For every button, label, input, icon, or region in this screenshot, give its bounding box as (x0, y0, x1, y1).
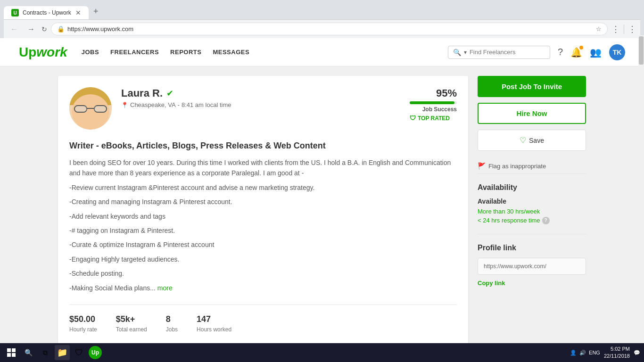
nav-link-freelancers[interactable]: FREELANCERS (110, 49, 159, 56)
help-button[interactable]: ? (558, 47, 563, 58)
metric-jobs: 8 Jobs (166, 314, 178, 333)
job-success-fill (410, 101, 454, 104)
description-bullet-5: -Engaging Highly targeted audiences. (69, 254, 457, 264)
jobs-value: 8 (166, 314, 178, 324)
language-indicator[interactable]: ENG (589, 350, 600, 354)
location-text: Cheaspeake, VA (130, 101, 176, 108)
total-earned-value: $5k+ (116, 314, 147, 324)
search-bar[interactable]: 🔍 ▾ (448, 46, 550, 59)
team-button[interactable]: 👥 (590, 47, 602, 58)
refresh-button[interactable]: ↻ (41, 25, 47, 33)
windows-logo-icon (7, 348, 16, 354)
help-icon[interactable]: ? (542, 217, 550, 224)
description-bullet-4: -Curate & optimize Instagram & Pinterest… (69, 239, 457, 250)
right-sidebar: Post Job To Invite Hire Now ♡ Save 🚩 Fla… (478, 76, 586, 344)
profile-name-row: Laura R. ✔ (121, 87, 400, 99)
profile-info: Laura R. ✔ 📍 Cheaspeake, VA - 8:41 am lo… (121, 87, 400, 130)
browser-toolbar: ← → ↻ 🔒 https://www.upwork.com ☆ ⋮ ⋮ (4, 19, 640, 38)
address-bar[interactable]: 🔒 https://www.upwork.com ☆ (51, 23, 608, 35)
active-tab[interactable]: U Contracts - Upwork ✕ (4, 6, 89, 19)
search-input[interactable] (470, 49, 545, 56)
profile-header: Laura R. ✔ 📍 Cheaspeake, VA - 8:41 am lo… (69, 87, 457, 130)
system-tray: 👤 🔊 ENG (570, 350, 600, 354)
post-job-button[interactable]: Post Job To Invite (478, 76, 586, 97)
flag-link[interactable]: 🚩 Flag as inappropriate (478, 158, 586, 174)
taskbar-task-view-icon[interactable]: ⧉ (38, 345, 53, 354)
tab-close-button[interactable]: ✕ (75, 9, 81, 16)
toolbar-divider (624, 25, 624, 34)
heart-icon: ♡ (520, 136, 526, 145)
forward-button[interactable]: → (25, 24, 38, 34)
start-button[interactable] (4, 345, 19, 354)
profile-link-url: https://www.upwork.com/ (478, 258, 586, 275)
metric-hourly-rate: $50.00 Hourly rate (69, 314, 97, 333)
job-success-label: Job Success (410, 106, 457, 113)
new-tab-button[interactable]: + (89, 4, 103, 19)
profile-stats: 95% Job Success 🛡 TOP RATED (410, 87, 457, 130)
main-navigation: Upwork JOBS FREELANCERS REPORTS MESSAGES… (0, 38, 644, 66)
main-content: Laura R. ✔ 📍 Cheaspeake, VA - 8:41 am lo… (39, 66, 605, 354)
description-bullet-6: -Schedule posting. (69, 268, 457, 279)
profile-title: Writer - eBooks, Articles, Blogs, Press … (69, 141, 457, 151)
scrollbar[interactable] (638, 35, 644, 343)
location-pin-icon: 📍 (121, 102, 128, 108)
extensions-button[interactable]: ⋮ (611, 24, 620, 34)
back-button[interactable]: ← (8, 24, 21, 34)
local-time: 8:41 am local time (182, 101, 231, 108)
availability-title: Availability (478, 183, 586, 192)
action-center-icon[interactable]: 💬 (634, 350, 640, 354)
tab-title: Contracts - Upwork (23, 9, 72, 16)
avatar (69, 87, 112, 130)
response-time: < 24 hrs response time ? (478, 217, 586, 224)
nav-link-reports[interactable]: REPORTS (170, 49, 201, 56)
top-rated-label: TOP RATED (418, 115, 450, 122)
taskbar-file-explorer-icon[interactable]: 📁 (55, 345, 70, 354)
search-icon: 🔍 (453, 49, 461, 56)
nav-right: 🔍 ▾ ? 🔔 👥 TK (448, 44, 625, 60)
profile-location: 📍 Cheaspeake, VA - 8:41 am local time (121, 101, 400, 108)
nav-links: JOBS FREELANCERS REPORTS MESSAGES (82, 49, 249, 56)
verified-icon: ✔ (166, 88, 173, 99)
profile-metrics: $50.00 Hourly rate $5k+ Total earned 8 J… (69, 304, 457, 333)
profile-link-title: Profile link (478, 244, 586, 252)
top-rated-badge: 🛡 TOP RATED (410, 115, 457, 122)
more-link[interactable]: more (157, 284, 173, 292)
search-dropdown-arrow[interactable]: ▾ (464, 49, 467, 56)
user-avatar[interactable]: TK (609, 44, 625, 60)
hours-worked-value: 147 (197, 314, 231, 324)
url-text: https://www.upwork.com (67, 25, 593, 33)
description-bullet-7: -Making Social Media plans... more (69, 283, 457, 293)
jobs-label: Jobs (166, 326, 178, 333)
tab-favicon: U (11, 9, 19, 16)
flag-icon: 🚩 (478, 162, 486, 170)
shield-icon: 🛡 (410, 115, 416, 122)
bookmark-icon[interactable]: ☆ (596, 25, 602, 33)
volume-icon[interactable]: 🔊 (579, 350, 586, 354)
people-icon[interactable]: 👤 (570, 350, 577, 354)
more-options-button[interactable]: ⋮ (628, 24, 636, 34)
taskbar-search-icon[interactable]: 🔍 (21, 345, 36, 354)
hourly-rate-value: $50.00 (69, 314, 97, 324)
lock-icon: 🔒 (57, 25, 65, 33)
nav-link-messages[interactable]: MESSAGES (213, 49, 249, 56)
metric-hours-worked: 147 Hours worked (197, 314, 231, 333)
scrollbar-thumb[interactable] (639, 36, 644, 65)
description-bullet-1: -Creating and managing Instagram & Pinte… (69, 197, 457, 207)
save-button[interactable]: ♡ Save (478, 130, 586, 151)
profile-link-section: Profile link https://www.upwork.com/ Cop… (478, 244, 586, 287)
taskbar-shield-icon[interactable]: 🛡 (72, 345, 87, 354)
copy-link-button[interactable]: Copy link (478, 280, 586, 287)
nav-link-jobs[interactable]: JOBS (82, 49, 99, 56)
taskbar: 🔍 ⧉ 📁 🛡 Up 👤 🔊 ENG 5:02 PM 22/11/2018 💬 (0, 343, 644, 354)
taskbar-date-value: 22/11/2018 (604, 353, 630, 354)
taskbar-upwork-icon[interactable]: Up (89, 346, 102, 354)
notifications-button[interactable]: 🔔 (570, 47, 582, 58)
profile-name: Laura R. (121, 87, 163, 99)
total-earned-label: Total earned (116, 326, 147, 333)
save-label: Save (529, 137, 544, 144)
taskbar-right: 👤 🔊 ENG 5:02 PM 22/11/2018 💬 (570, 346, 640, 354)
taskbar-clock[interactable]: 5:02 PM 22/11/2018 (604, 346, 630, 354)
profile-card: Laura R. ✔ 📍 Cheaspeake, VA - 8:41 am lo… (58, 76, 468, 344)
hire-now-button[interactable]: Hire Now (478, 103, 586, 124)
upwork-logo[interactable]: Upwork (19, 45, 67, 60)
